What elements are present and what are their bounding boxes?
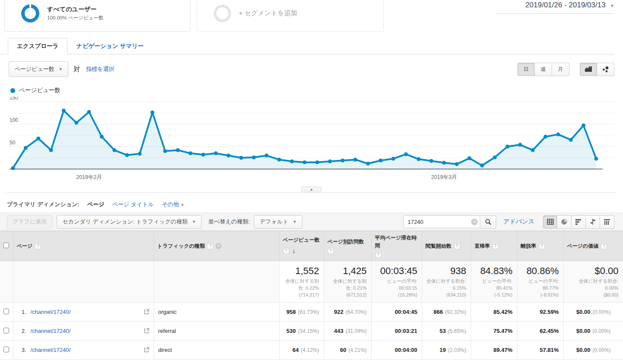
- row-rank: 2.: [18, 328, 26, 334]
- col-header-page[interactable]: ページ: [17, 242, 33, 250]
- add-segment-label: + セグメントを追加: [239, 9, 297, 17]
- col-header-entrances[interactable]: 閲覧開始数: [426, 242, 452, 250]
- help-icon[interactable]: ?: [454, 243, 460, 249]
- add-segment-chip[interactable]: + セグメントを追加: [197, 0, 384, 32]
- help-icon[interactable]: ?: [328, 248, 334, 254]
- motion-chart-button[interactable]: [597, 63, 614, 76]
- segment-donut-icon: [21, 4, 39, 22]
- granularity-month-button[interactable]: 月: [552, 63, 569, 76]
- dimension-page-title[interactable]: ページ タイトル: [112, 201, 154, 208]
- summary-page-value: $0.00: [568, 265, 619, 277]
- dimension-other-caret-icon: ▼: [180, 203, 184, 207]
- page-link[interactable]: /channel/17240/: [31, 309, 71, 315]
- search-input[interactable]: [403, 215, 480, 228]
- open-in-new-icon[interactable]: [144, 347, 149, 353]
- col-header-page-value[interactable]: ページの価値: [567, 242, 599, 250]
- date-caret-icon: ▼: [610, 3, 614, 8]
- vs-label: 対: [74, 65, 80, 73]
- search-button[interactable]: [480, 215, 496, 229]
- granularity-group: 日 週 月: [517, 63, 569, 76]
- granularity-day-button[interactable]: 日: [517, 63, 535, 76]
- row-checkbox[interactable]: [3, 347, 9, 352]
- page-link[interactable]: /channel/17240/: [31, 328, 71, 334]
- segment-bar: すべてのユーザー 100.00% ページビュー数 + セグメントを追加 2019…: [0, 0, 623, 32]
- select-metric-link[interactable]: 指標を選択: [86, 65, 114, 73]
- unique-pct: (4.21%): [348, 347, 366, 353]
- summary-pageviews-sub: 全体に対する割合: 0.22%: [286, 278, 319, 291]
- clear-search-icon[interactable]: ✕: [471, 219, 478, 225]
- metric-dropdown[interactable]: ページビュー数 ▼: [9, 61, 68, 77]
- performance-view-button[interactable]: [572, 215, 586, 229]
- dimension-other[interactable]: その他▼: [162, 201, 185, 208]
- pageviews-pct: (34.15%): [298, 328, 319, 334]
- table-row: 3. /channel/17240/ direct 64(4.12%) 60(4…: [0, 341, 623, 360]
- bounce-cell: 85.42%: [493, 309, 512, 315]
- help-icon[interactable]: ?: [492, 243, 499, 249]
- col-header-bounce-rate[interactable]: 直帰率: [475, 242, 490, 250]
- line-chart-button[interactable]: [580, 63, 597, 76]
- secondary-dimension-value: セカンダリ ディメンション: トラフィックの種類: [62, 218, 188, 226]
- row-checkbox[interactable]: [3, 328, 9, 333]
- date-range-text: 2019/01/26 - 2019/03/13: [525, 1, 605, 9]
- page-link[interactable]: /channel/17240/: [31, 347, 71, 353]
- advanced-filter-link[interactable]: アドバンス: [503, 218, 534, 226]
- table-row: 2. /channel/17240/ referral 530(34.15%) …: [0, 322, 623, 341]
- timeline-collapse-button[interactable]: ▼: [302, 187, 321, 192]
- svg-text:150: 150: [10, 97, 18, 101]
- help-icon[interactable]: ?: [375, 252, 382, 258]
- help-icon[interactable]: ?: [35, 243, 41, 249]
- row-checkbox[interactable]: [3, 309, 9, 314]
- col-header-avg-time[interactable]: 平均ページ滞在時間: [375, 234, 418, 249]
- comparison-view-button[interactable]: [586, 215, 600, 229]
- col-header-traffic-type[interactable]: トラフィックの種類: [157, 242, 205, 250]
- timeline-footer-strip: ▼: [6, 187, 617, 193]
- select-all-checkbox[interactable]: [3, 243, 9, 248]
- pageviews-cell: 64: [292, 347, 299, 353]
- help-icon[interactable]: ?: [539, 243, 545, 249]
- plot-rows-button[interactable]: グラフに表示: [7, 215, 52, 229]
- segment-chip-all-users[interactable]: すべてのユーザー 100.00% ページビュー数: [4, 0, 190, 32]
- summary-exit-sub: ビューの平均: 88.77%: [529, 278, 559, 291]
- svg-text:100: 100: [10, 117, 18, 123]
- granularity-week-button[interactable]: 週: [535, 63, 552, 76]
- timeline-chart[interactable]: 501001502019年2月2019年3月: [6, 97, 617, 185]
- exit-cell: 62.45%: [540, 328, 559, 334]
- col-header-pageviews[interactable]: ページビュー数: [283, 236, 320, 244]
- table-search: ✕ アドバンス: [403, 215, 614, 229]
- open-in-new-icon[interactable]: [144, 328, 149, 334]
- dimension-other-label: その他: [162, 201, 179, 208]
- unique-pct: (64.70%): [346, 309, 367, 315]
- pivot-view-button[interactable]: [600, 215, 614, 229]
- summary-unique-pageviews: 1,425: [328, 265, 367, 277]
- help-icon[interactable]: ?: [601, 243, 607, 249]
- summary-page-value-sub: 全体に対する割合: 0.00%: [579, 278, 619, 291]
- metric-dropdown-caret-icon: ▼: [59, 67, 63, 71]
- help-icon[interactable]: ?: [283, 248, 289, 254]
- traffic-type-cell: direct: [158, 347, 172, 353]
- chart-legend: ページビュー数: [0, 81, 623, 97]
- secondary-dimension-caret-icon: ▼: [192, 220, 196, 224]
- help-icon[interactable]: ?: [207, 243, 213, 249]
- percentage-view-button[interactable]: [557, 215, 572, 229]
- dimension-page[interactable]: ページ: [87, 201, 105, 208]
- col-header-exit-rate[interactable]: 離脱率: [521, 242, 536, 250]
- tabbar-divider: [0, 54, 614, 54]
- remove-secondary-dimension-icon[interactable]: ✕: [215, 243, 222, 249]
- unique-pageviews-cell: 922: [334, 309, 344, 315]
- chart-controls-row: ページビュー数 ▼ 対 指標を選択 日 週 月: [0, 54, 623, 81]
- summary-entrances: 938: [427, 265, 466, 277]
- secondary-dimension-dropdown[interactable]: セカンダリ ディメンション: トラフィックの種類 ▼: [57, 215, 202, 229]
- date-range-selector[interactable]: 2019/01/26 - 2019/03/13 ▼: [495, 1, 614, 14]
- table-toolbar: グラフに表示 セカンダリ ディメンション: トラフィックの種類 ▼ 並べ替えの種…: [0, 213, 623, 231]
- open-in-new-icon[interactable]: [144, 309, 149, 315]
- sort-type-value: デフォルト: [260, 218, 289, 226]
- data-view-button[interactable]: [543, 215, 557, 229]
- tab-navigation-summary[interactable]: ナビゲーション サマリー: [77, 38, 144, 54]
- table-row: 1. /channel/17240/ organic 958(61.73%) 9…: [0, 303, 623, 322]
- entrances-cell: 19: [440, 347, 446, 353]
- pageviews-pct: (4.12%): [301, 347, 319, 353]
- pageviews-line-chart: 501001502019年2月2019年3月: [6, 97, 617, 183]
- tab-explorer[interactable]: エクスプローラ: [8, 38, 67, 54]
- sort-type-dropdown[interactable]: デフォルト ▼: [254, 215, 302, 229]
- col-header-unique-pageviews[interactable]: ページ別訪問数: [328, 238, 364, 246]
